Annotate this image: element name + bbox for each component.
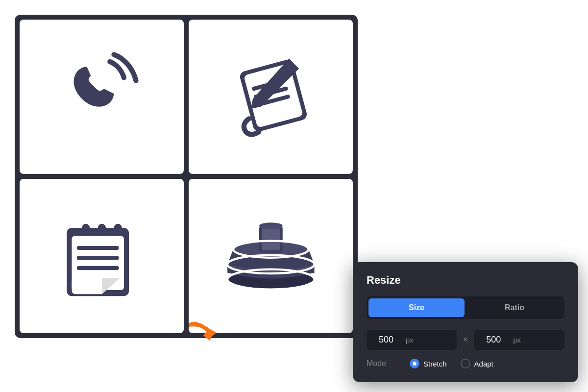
times-symbol: ×: [461, 335, 470, 345]
svg-rect-17: [262, 228, 280, 250]
width-input[interactable]: [367, 330, 406, 350]
tab-size[interactable]: Size: [368, 298, 465, 317]
svg-rect-8: [98, 224, 105, 236]
notepad-icon-cell: [20, 179, 184, 333]
resize-panel: Resize Size Ratio px × px Mode Stretch A…: [353, 262, 578, 382]
svg-rect-9: [114, 224, 122, 236]
icon-grid: [15, 15, 358, 338]
adapt-radio[interactable]: [461, 359, 470, 368]
svg-point-18: [259, 222, 283, 229]
mode-row: Mode Stretch Adapt: [367, 359, 564, 368]
height-input-group: px: [474, 330, 564, 350]
books-icon: [218, 206, 324, 306]
phone-icon-cell: [20, 20, 184, 174]
phone-icon: [49, 47, 155, 147]
mode-label: Mode: [367, 359, 396, 368]
scroll-icon: [218, 47, 324, 147]
stretch-radio[interactable]: [410, 359, 419, 368]
scroll-icon-cell: [189, 20, 353, 174]
height-unit: px: [513, 331, 527, 349]
adapt-label: Adapt: [474, 360, 493, 368]
dimension-row: px × px: [367, 330, 564, 350]
notepad-icon: [49, 206, 155, 306]
stretch-label: Stretch: [423, 360, 447, 368]
adapt-option[interactable]: Adapt: [461, 359, 493, 368]
tab-ratio[interactable]: Ratio: [466, 298, 563, 317]
svg-rect-7: [82, 224, 90, 236]
tab-row: Size Ratio: [367, 296, 564, 319]
arrow-icon: [186, 312, 225, 346]
width-unit: px: [406, 331, 419, 349]
stretch-option[interactable]: Stretch: [410, 359, 447, 368]
height-input[interactable]: [474, 330, 513, 350]
arrow-container: [181, 310, 230, 349]
panel-title: Resize: [367, 274, 564, 287]
width-input-group: px: [367, 330, 457, 350]
